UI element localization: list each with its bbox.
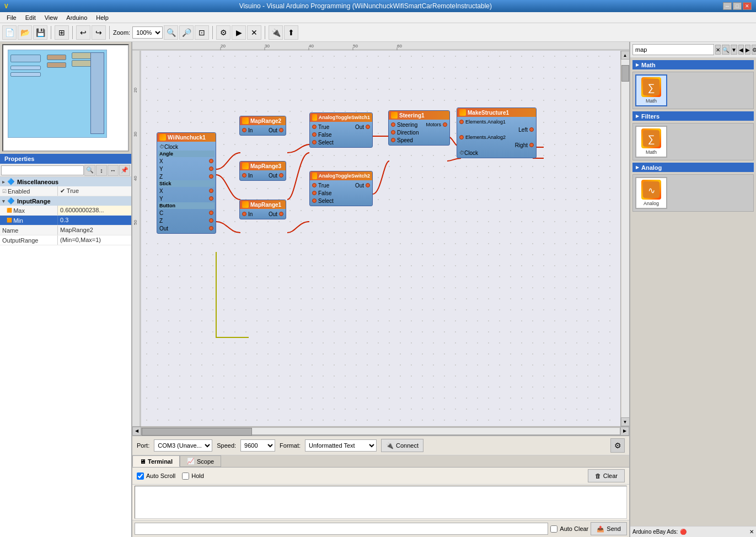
menubar: File Edit View Arduino Help <box>0 12 756 23</box>
grid-button[interactable]: ⊞ <box>55 25 69 40</box>
scrollbar-track[interactable] <box>621 60 629 417</box>
scrollbar-thumb[interactable] <box>621 65 629 82</box>
hold-checkbox[interactable] <box>182 472 189 480</box>
autoscroll-text: Auto Scroll <box>146 472 175 479</box>
ads-bar: Arduino eBay Ads: 🔴 ✕ <box>630 526 756 537</box>
new-button[interactable]: 📄 <box>2 25 17 40</box>
block-row-mr3: In Out <box>241 171 285 179</box>
block-toggle2[interactable]: AnalogToggleSwitch2 True Out False Selec… <box>309 171 373 206</box>
prop-val-enabled[interactable]: ✔ True <box>58 186 131 196</box>
props-pin-button[interactable]: 📌 <box>119 165 130 176</box>
prop-val-max[interactable]: 0.6000000238... <box>58 206 131 215</box>
stop-button[interactable]: ✕ <box>247 25 261 40</box>
block-maprange2[interactable]: MapRange2 In Out <box>239 116 286 136</box>
scrollbar-down-button[interactable]: ▼ <box>621 417 630 426</box>
prop-row-outputrange: OutputRange (Min=0,Max=1) <box>0 235 131 245</box>
search-nav2-button[interactable]: ▶ <box>745 45 750 55</box>
upload2-button[interactable]: ⬆ <box>284 25 298 40</box>
autoscroll-label[interactable]: Auto Scroll <box>137 472 175 480</box>
section-header-analog[interactable]: ▸ Analog <box>632 163 754 172</box>
ads-close-icon[interactable]: ✕ <box>749 529 754 535</box>
zoom-in-button[interactable]: 🔍 <box>164 25 178 40</box>
block-maprange1[interactable]: MapRange1 In Out <box>239 200 286 219</box>
clear-button[interactable]: 🗑 Clear <box>588 469 625 482</box>
format-select[interactable]: Unformatted Text <box>305 439 377 452</box>
serial-input-field[interactable] <box>135 523 548 535</box>
close-button[interactable]: ✕ <box>743 2 752 10</box>
connect-button[interactable]: 🔌 Connect <box>381 439 423 452</box>
connect-icon: 🔌 <box>386 442 394 449</box>
hscroll-track[interactable] <box>141 427 620 435</box>
bottom-panel: Port: COM3 (Unave... Speed: 9600 115200 … <box>132 435 629 537</box>
prop-val-name[interactable]: MapRange2 <box>58 225 131 235</box>
port-select[interactable]: COM3 (Unave... <box>154 439 212 452</box>
port-label: Port: <box>137 442 149 449</box>
hold-label[interactable]: Hold <box>182 472 204 480</box>
block-wiinunchuck[interactable]: WiiNunchuck1 ⏱Clock Angle X Y <box>157 132 216 234</box>
search-filter-button[interactable]: 🔍 <box>722 45 730 55</box>
hscroll-right-button[interactable]: ▶ <box>620 427 629 436</box>
props-filter-button[interactable]: 🔍 <box>84 165 95 176</box>
comp-item-filters-math[interactable]: ∑ Math <box>635 126 667 158</box>
canvas-scroll[interactable]: WiiNunchuck1 ⏱Clock Angle X Y <box>141 51 620 426</box>
undo-button[interactable]: ↩ <box>76 25 90 40</box>
block-maprange3[interactable]: MapRange3 In Out <box>239 161 286 181</box>
search-nav1-button[interactable]: ◀ <box>738 45 744 55</box>
block-toggle1-body: True Out False Select <box>310 122 372 147</box>
autoscroll-checkbox[interactable] <box>137 472 144 480</box>
props-sort-button[interactable]: ↕ <box>96 165 107 176</box>
comp-grid-math: ∑ Math <box>632 72 754 109</box>
comp-grid-filters: ∑ Math <box>632 123 754 160</box>
block-makestructure[interactable]: MakeStructure1 Elements.Analog1 Left Ele… <box>457 108 537 158</box>
menu-arduino[interactable]: Arduino <box>62 13 92 22</box>
component-search-input[interactable] <box>632 44 714 55</box>
zoom-fit-button[interactable]: ⊡ <box>195 25 209 40</box>
arduino-button[interactable]: 🔌 <box>269 25 283 40</box>
analog-section-label: Analog <box>641 164 662 171</box>
prop-val-min[interactable]: 0.3 <box>58 216 131 225</box>
search-clear-button[interactable]: ✕ <box>715 45 721 55</box>
search-settings-button[interactable]: ⚙ <box>752 45 756 55</box>
connections-svg <box>141 51 620 426</box>
scrollbar-up-button[interactable]: ▲ <box>621 51 630 60</box>
compile-button[interactable]: ⚙ <box>216 25 230 40</box>
section-header-filters[interactable]: ▸ Filters <box>632 111 754 121</box>
props-expand-button[interactable]: ↔ <box>108 165 119 176</box>
comp-item-analog[interactable]: ∿ Analog <box>635 177 667 209</box>
tab-scope[interactable]: 📈 Scope <box>180 455 221 467</box>
comp-item-math[interactable]: ∑ Math <box>635 74 667 106</box>
ads-icon: 🔴 <box>680 529 687 535</box>
block-toggle1[interactable]: AnalogToggleSwitch1 True Out False Selec… <box>309 112 373 148</box>
autoclear-checkbox[interactable] <box>550 525 557 533</box>
block-maprange1-body: In Out <box>240 209 286 219</box>
redo-button[interactable]: ↪ <box>92 25 106 40</box>
hscroll-thumb[interactable] <box>142 428 252 436</box>
open-button[interactable]: 📂 <box>18 25 32 40</box>
zoom-out-button[interactable]: 🔎 <box>179 25 194 40</box>
properties-search-input[interactable] <box>1 165 84 175</box>
section-header-math[interactable]: ▸ Math <box>632 60 754 69</box>
autoclear-label[interactable]: Auto Clear <box>550 525 588 533</box>
menu-file[interactable]: File <box>2 13 21 22</box>
zoom-select[interactable]: 100% 75% 50% 150% <box>132 26 163 39</box>
block-maprange2-header: MapRange2 <box>240 116 286 125</box>
ruler-left-svg: 20 30 40 50 <box>132 51 141 426</box>
minimize-button[interactable]: ─ <box>723 2 732 10</box>
block-maprange2-icon <box>242 117 249 124</box>
send-icon: 📤 <box>597 525 604 533</box>
tab-terminal[interactable]: 🖥 Terminal <box>132 455 180 467</box>
block-steering[interactable]: Steering1 Steering Motors Direction Spee… <box>388 110 450 146</box>
maximize-button[interactable]: □ <box>733 2 742 10</box>
hscroll-left-button[interactable]: ◀ <box>132 427 141 436</box>
menu-help[interactable]: Help <box>92 13 113 22</box>
send-button[interactable]: 📤 Send <box>591 522 627 535</box>
save-button[interactable]: 💾 <box>33 25 47 40</box>
speed-select[interactable]: 9600 115200 <box>240 439 275 452</box>
block-wiinunchuck-body: ⏱Clock Angle X Y Z Stick <box>157 142 216 233</box>
menu-view[interactable]: View <box>40 13 62 22</box>
search-options-button[interactable]: ▼ <box>731 45 737 55</box>
menu-edit[interactable]: Edit <box>21 13 40 22</box>
serial-settings-button[interactable]: ⚙ <box>610 438 625 453</box>
upload-button[interactable]: ▶ <box>232 25 246 40</box>
main-layout: Properties 🔍 ↕ ↔ 📌 ▸ 🔷 Miscellaneous ☑ <box>0 42 756 537</box>
